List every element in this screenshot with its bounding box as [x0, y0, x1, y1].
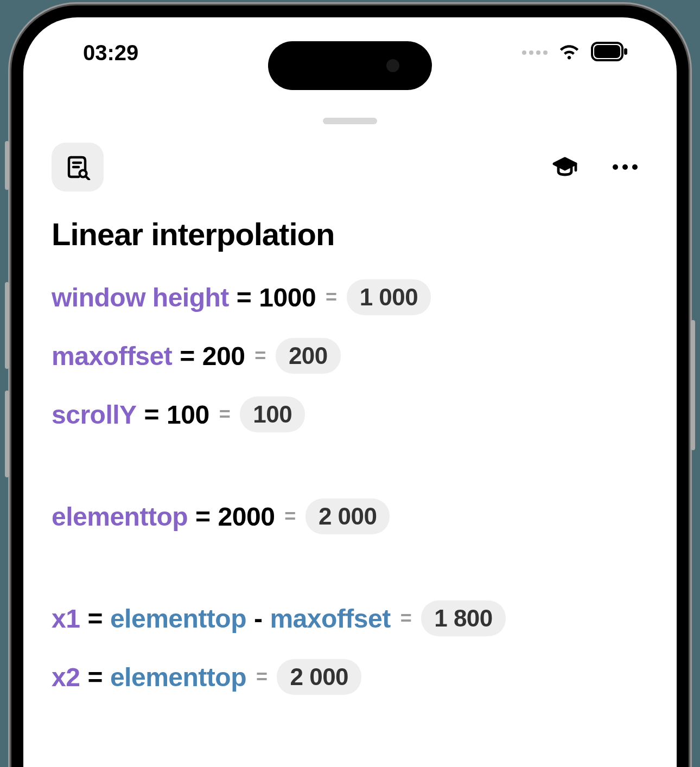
result-equals-sign: = — [217, 403, 233, 426]
equals-sign: = — [180, 341, 195, 371]
variable-name: scrollY — [52, 400, 137, 430]
calculation-line[interactable]: elementtop=2000=2 000 — [52, 498, 648, 534]
phone-button-side — [5, 391, 9, 477]
result-equals-sign: = — [282, 505, 298, 528]
calculation-line[interactable]: maxoffset=200=200 — [52, 338, 648, 374]
phone-button-side — [5, 141, 9, 190]
result-equals-sign: = — [254, 666, 270, 688]
operator: - — [254, 604, 262, 634]
result-pill: 2 000 — [277, 659, 361, 695]
education-button[interactable] — [539, 143, 591, 191]
calculation-line[interactable]: scrollY=100=100 — [52, 397, 648, 432]
document-title[interactable]: Linear interpolation — [52, 216, 648, 252]
variable-name: elementtop — [52, 502, 188, 532]
drag-indicator[interactable] — [323, 118, 377, 124]
document-search-button[interactable] — [52, 143, 104, 191]
status-time: 03:29 — [61, 41, 138, 65]
variable-name: x1 — [52, 604, 80, 634]
variable-name: x2 — [52, 662, 80, 692]
toolbar — [52, 140, 648, 194]
wifi-icon — [557, 42, 581, 63]
variable-reference: maxoffset — [270, 604, 390, 634]
result-equals-sign: = — [252, 344, 268, 367]
variable-name: maxoffset — [52, 341, 172, 371]
literal-value: 2000 — [218, 502, 275, 532]
svg-line-6 — [86, 176, 89, 180]
calculation-line[interactable]: x2=elementtop=2 000 — [52, 659, 648, 695]
lines-container: window height=1000=1 000maxoffset=200=20… — [52, 279, 648, 695]
camera-dot — [386, 59, 399, 72]
equals-sign: = — [87, 662, 103, 692]
variable-reference: elementtop — [110, 604, 246, 634]
calculation-line[interactable]: window height=1000=1 000 — [52, 279, 648, 315]
svg-rect-2 — [624, 48, 627, 55]
cellular-signal-icon — [522, 50, 548, 55]
equals-sign: = — [144, 400, 160, 430]
dynamic-island — [268, 41, 432, 90]
result-pill: 100 — [240, 397, 305, 432]
variable-name: window height — [52, 283, 229, 312]
literal-value: 1000 — [259, 283, 316, 312]
equals-sign: = — [237, 283, 252, 312]
result-pill: 2 000 — [306, 498, 390, 534]
svg-rect-1 — [594, 45, 620, 58]
status-right — [522, 42, 639, 63]
app-content: Linear interpolation window height=1000=… — [23, 140, 677, 718]
calculation-line[interactable]: x1=elementtop-maxoffset=1 800 — [52, 600, 648, 636]
phone-frame: 03:29 — [11, 5, 689, 767]
battery-icon — [591, 42, 628, 63]
result-equals-sign: = — [323, 286, 339, 309]
result-equals-sign: = — [398, 607, 414, 630]
result-pill: 1 000 — [347, 279, 431, 315]
variable-reference: elementtop — [110, 662, 246, 692]
blank-line — [52, 455, 648, 498]
literal-value: 100 — [167, 400, 209, 430]
more-icon — [613, 164, 618, 170]
document-search-icon — [65, 154, 91, 180]
equals-sign: = — [87, 604, 103, 634]
result-pill: 1 800 — [421, 600, 506, 636]
blank-line — [52, 557, 648, 600]
more-button[interactable] — [602, 164, 648, 170]
phone-button-side — [5, 282, 9, 369]
phone-button-side — [691, 320, 695, 450]
screen: 03:29 — [23, 17, 677, 767]
graduation-cap-icon — [552, 154, 578, 180]
literal-value: 200 — [202, 341, 245, 371]
result-pill: 200 — [276, 338, 341, 374]
equals-sign: = — [195, 502, 211, 532]
